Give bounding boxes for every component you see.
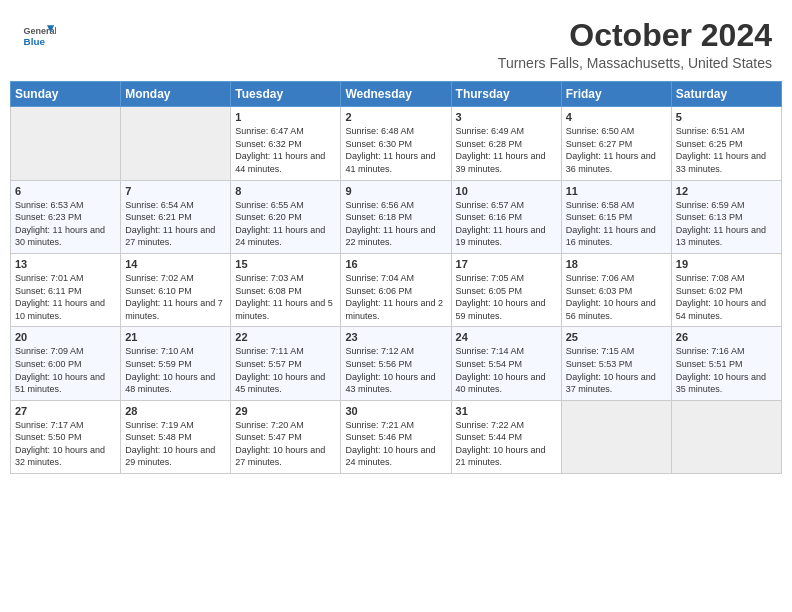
calendar-cell: 7Sunrise: 6:54 AM Sunset: 6:21 PM Daylig… xyxy=(121,180,231,253)
day-number: 28 xyxy=(125,405,226,417)
day-info: Sunrise: 7:01 AM Sunset: 6:11 PM Dayligh… xyxy=(15,272,116,322)
day-number: 9 xyxy=(345,185,446,197)
day-number: 16 xyxy=(345,258,446,270)
day-info: Sunrise: 6:57 AM Sunset: 6:16 PM Dayligh… xyxy=(456,199,557,249)
day-info: Sunrise: 7:21 AM Sunset: 5:46 PM Dayligh… xyxy=(345,419,446,469)
calendar-week-row: 13Sunrise: 7:01 AM Sunset: 6:11 PM Dayli… xyxy=(11,253,782,326)
calendar-cell: 5Sunrise: 6:51 AM Sunset: 6:25 PM Daylig… xyxy=(671,107,781,180)
day-info: Sunrise: 6:47 AM Sunset: 6:32 PM Dayligh… xyxy=(235,125,336,175)
calendar-cell: 16Sunrise: 7:04 AM Sunset: 6:06 PM Dayli… xyxy=(341,253,451,326)
calendar-day-header: Wednesday xyxy=(341,82,451,107)
day-info: Sunrise: 7:14 AM Sunset: 5:54 PM Dayligh… xyxy=(456,345,557,395)
day-number: 2 xyxy=(345,111,446,123)
calendar-cell: 26Sunrise: 7:16 AM Sunset: 5:51 PM Dayli… xyxy=(671,327,781,400)
day-info: Sunrise: 6:54 AM Sunset: 6:21 PM Dayligh… xyxy=(125,199,226,249)
day-info: Sunrise: 7:15 AM Sunset: 5:53 PM Dayligh… xyxy=(566,345,667,395)
calendar-table: SundayMondayTuesdayWednesdayThursdayFrid… xyxy=(10,81,782,474)
calendar-cell: 23Sunrise: 7:12 AM Sunset: 5:56 PM Dayli… xyxy=(341,327,451,400)
calendar-cell xyxy=(671,400,781,473)
calendar-cell: 24Sunrise: 7:14 AM Sunset: 5:54 PM Dayli… xyxy=(451,327,561,400)
day-number: 4 xyxy=(566,111,667,123)
title-block: October 2024 Turners Falls, Massachusett… xyxy=(498,18,772,71)
svg-text:Blue: Blue xyxy=(24,36,46,47)
month-title: October 2024 xyxy=(498,18,772,53)
calendar-cell: 14Sunrise: 7:02 AM Sunset: 6:10 PM Dayli… xyxy=(121,253,231,326)
day-info: Sunrise: 7:10 AM Sunset: 5:59 PM Dayligh… xyxy=(125,345,226,395)
calendar-cell: 17Sunrise: 7:05 AM Sunset: 6:05 PM Dayli… xyxy=(451,253,561,326)
day-info: Sunrise: 7:11 AM Sunset: 5:57 PM Dayligh… xyxy=(235,345,336,395)
day-info: Sunrise: 7:19 AM Sunset: 5:48 PM Dayligh… xyxy=(125,419,226,469)
calendar-header-row: SundayMondayTuesdayWednesdayThursdayFrid… xyxy=(11,82,782,107)
day-info: Sunrise: 6:55 AM Sunset: 6:20 PM Dayligh… xyxy=(235,199,336,249)
day-number: 22 xyxy=(235,331,336,343)
day-info: Sunrise: 7:22 AM Sunset: 5:44 PM Dayligh… xyxy=(456,419,557,469)
day-info: Sunrise: 7:04 AM Sunset: 6:06 PM Dayligh… xyxy=(345,272,446,322)
day-number: 31 xyxy=(456,405,557,417)
day-info: Sunrise: 6:50 AM Sunset: 6:27 PM Dayligh… xyxy=(566,125,667,175)
calendar-cell: 31Sunrise: 7:22 AM Sunset: 5:44 PM Dayli… xyxy=(451,400,561,473)
day-info: Sunrise: 6:59 AM Sunset: 6:13 PM Dayligh… xyxy=(676,199,777,249)
day-number: 14 xyxy=(125,258,226,270)
calendar-cell: 4Sunrise: 6:50 AM Sunset: 6:27 PM Daylig… xyxy=(561,107,671,180)
calendar-cell: 10Sunrise: 6:57 AM Sunset: 6:16 PM Dayli… xyxy=(451,180,561,253)
day-number: 5 xyxy=(676,111,777,123)
calendar-cell: 9Sunrise: 6:56 AM Sunset: 6:18 PM Daylig… xyxy=(341,180,451,253)
calendar-cell xyxy=(121,107,231,180)
day-number: 25 xyxy=(566,331,667,343)
day-number: 12 xyxy=(676,185,777,197)
day-info: Sunrise: 7:05 AM Sunset: 6:05 PM Dayligh… xyxy=(456,272,557,322)
calendar-cell: 21Sunrise: 7:10 AM Sunset: 5:59 PM Dayli… xyxy=(121,327,231,400)
calendar-cell: 8Sunrise: 6:55 AM Sunset: 6:20 PM Daylig… xyxy=(231,180,341,253)
calendar-cell: 1Sunrise: 6:47 AM Sunset: 6:32 PM Daylig… xyxy=(231,107,341,180)
calendar-cell: 11Sunrise: 6:58 AM Sunset: 6:15 PM Dayli… xyxy=(561,180,671,253)
day-info: Sunrise: 7:09 AM Sunset: 6:00 PM Dayligh… xyxy=(15,345,116,395)
calendar-day-header: Sunday xyxy=(11,82,121,107)
day-info: Sunrise: 6:58 AM Sunset: 6:15 PM Dayligh… xyxy=(566,199,667,249)
day-number: 8 xyxy=(235,185,336,197)
calendar-cell: 28Sunrise: 7:19 AM Sunset: 5:48 PM Dayli… xyxy=(121,400,231,473)
calendar-cell: 13Sunrise: 7:01 AM Sunset: 6:11 PM Dayli… xyxy=(11,253,121,326)
day-number: 21 xyxy=(125,331,226,343)
day-number: 24 xyxy=(456,331,557,343)
day-number: 11 xyxy=(566,185,667,197)
calendar-day-header: Friday xyxy=(561,82,671,107)
day-number: 1 xyxy=(235,111,336,123)
day-info: Sunrise: 6:49 AM Sunset: 6:28 PM Dayligh… xyxy=(456,125,557,175)
location: Turners Falls, Massachusetts, United Sta… xyxy=(498,55,772,71)
calendar-cell: 29Sunrise: 7:20 AM Sunset: 5:47 PM Dayli… xyxy=(231,400,341,473)
day-number: 19 xyxy=(676,258,777,270)
day-number: 23 xyxy=(345,331,446,343)
day-info: Sunrise: 6:53 AM Sunset: 6:23 PM Dayligh… xyxy=(15,199,116,249)
calendar-week-row: 27Sunrise: 7:17 AM Sunset: 5:50 PM Dayli… xyxy=(11,400,782,473)
day-number: 13 xyxy=(15,258,116,270)
day-info: Sunrise: 6:51 AM Sunset: 6:25 PM Dayligh… xyxy=(676,125,777,175)
calendar-cell xyxy=(561,400,671,473)
day-info: Sunrise: 7:16 AM Sunset: 5:51 PM Dayligh… xyxy=(676,345,777,395)
day-number: 17 xyxy=(456,258,557,270)
calendar-week-row: 20Sunrise: 7:09 AM Sunset: 6:00 PM Dayli… xyxy=(11,327,782,400)
day-info: Sunrise: 7:08 AM Sunset: 6:02 PM Dayligh… xyxy=(676,272,777,322)
day-number: 7 xyxy=(125,185,226,197)
day-number: 30 xyxy=(345,405,446,417)
calendar-cell: 2Sunrise: 6:48 AM Sunset: 6:30 PM Daylig… xyxy=(341,107,451,180)
calendar-day-header: Thursday xyxy=(451,82,561,107)
calendar-cell: 20Sunrise: 7:09 AM Sunset: 6:00 PM Dayli… xyxy=(11,327,121,400)
day-number: 6 xyxy=(15,185,116,197)
calendar-week-row: 6Sunrise: 6:53 AM Sunset: 6:23 PM Daylig… xyxy=(11,180,782,253)
day-info: Sunrise: 7:20 AM Sunset: 5:47 PM Dayligh… xyxy=(235,419,336,469)
calendar-cell: 22Sunrise: 7:11 AM Sunset: 5:57 PM Dayli… xyxy=(231,327,341,400)
day-info: Sunrise: 7:03 AM Sunset: 6:08 PM Dayligh… xyxy=(235,272,336,322)
day-number: 10 xyxy=(456,185,557,197)
calendar-day-header: Saturday xyxy=(671,82,781,107)
calendar-cell: 19Sunrise: 7:08 AM Sunset: 6:02 PM Dayli… xyxy=(671,253,781,326)
calendar-cell: 6Sunrise: 6:53 AM Sunset: 6:23 PM Daylig… xyxy=(11,180,121,253)
day-number: 18 xyxy=(566,258,667,270)
day-number: 20 xyxy=(15,331,116,343)
logo-icon: General Blue xyxy=(20,18,56,54)
day-info: Sunrise: 7:06 AM Sunset: 6:03 PM Dayligh… xyxy=(566,272,667,322)
calendar-cell: 25Sunrise: 7:15 AM Sunset: 5:53 PM Dayli… xyxy=(561,327,671,400)
calendar-day-header: Tuesday xyxy=(231,82,341,107)
day-info: Sunrise: 7:02 AM Sunset: 6:10 PM Dayligh… xyxy=(125,272,226,322)
calendar-week-row: 1Sunrise: 6:47 AM Sunset: 6:32 PM Daylig… xyxy=(11,107,782,180)
calendar-cell xyxy=(11,107,121,180)
